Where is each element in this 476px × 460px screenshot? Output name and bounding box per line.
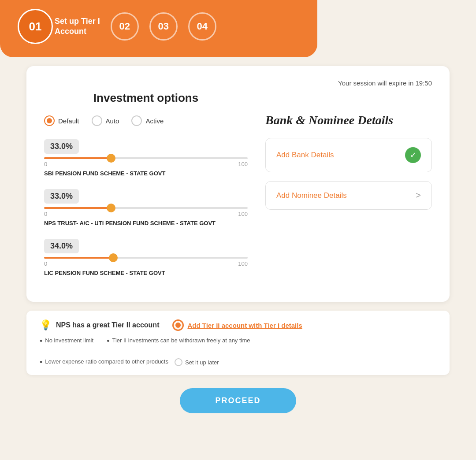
add-nominee-label: Add Nominee Details xyxy=(276,191,347,200)
fund1-max: 100 xyxy=(238,161,248,167)
fund2-min: 0 xyxy=(44,211,47,217)
fund1-name: SBI PENSION FUND SCHEME - STATE GOVT xyxy=(44,170,248,177)
add-tier2-link[interactable]: Add Tier II account with Tier I details xyxy=(172,319,302,331)
fund3-percentage: 34.0% xyxy=(44,239,79,253)
add-bank-card[interactable]: Add Bank Details ✓ xyxy=(265,138,432,172)
radio-active[interactable]: Active xyxy=(131,115,164,126)
radio-default[interactable]: Default xyxy=(44,115,79,126)
fund-row-2: 33.0% 0 100 NPS TRUST- A/C - UTI PENSION… xyxy=(44,189,248,226)
promo-top: 💡 NPS has a great Tier II account Add Ti… xyxy=(40,319,436,331)
step-1: 01 xyxy=(18,9,53,44)
set-later-label: Set it up later xyxy=(185,359,219,366)
fund3-slider[interactable] xyxy=(44,257,248,259)
fund1-track xyxy=(44,157,248,159)
step1-group: 01 Set up Tier I Account xyxy=(18,9,100,44)
stepper-header: 01 Set up Tier I Account 02 03 04 xyxy=(0,0,317,57)
bulb-icon: 💡 xyxy=(40,319,52,331)
nominee-chevron-icon: > xyxy=(416,190,421,200)
fund2-name: NPS TRUST- A/C - UTI PENSION FUND SCHEME… xyxy=(44,220,248,226)
bullet-3: • Lower expense ratio compared to other … xyxy=(40,358,219,366)
fund3-min: 0 xyxy=(44,260,47,267)
radio-circle-default xyxy=(44,115,55,126)
fund2-thumb[interactable] xyxy=(107,204,115,212)
bullet-1: • No investment limit xyxy=(40,337,93,345)
bullet-2: • Tier II investments can be withdrawn f… xyxy=(107,337,250,345)
fund3-track xyxy=(44,257,248,259)
tier2-circle-icon xyxy=(172,319,184,331)
fund2-fill xyxy=(44,207,111,209)
investment-options-section: Investment options Default Auto Active xyxy=(44,91,248,289)
bullet-dot-1: • xyxy=(40,337,42,345)
fund3-thumb[interactable] xyxy=(109,253,118,262)
step-4[interactable]: 04 xyxy=(188,12,216,41)
set-later[interactable]: Set it up later xyxy=(175,358,219,366)
fund1-fill xyxy=(44,157,111,159)
bank-check-icon: ✓ xyxy=(405,147,421,163)
radio-circle-auto xyxy=(92,115,102,126)
bullet-text-3: Lower expense ratio compared to other pr… xyxy=(45,358,168,365)
fund1-percentage: 33.0% xyxy=(44,139,79,154)
fund1-slider[interactable] xyxy=(44,157,248,159)
fund-row-3: 34.0% 0 100 LIC PENSION FUND SCHEME - ST… xyxy=(44,239,248,276)
main-card: Your session will expire in 19:50 Invest… xyxy=(26,66,450,302)
fund3-labels: 0 100 xyxy=(44,260,248,267)
bullet-text-1: No investment limit xyxy=(45,337,93,344)
step-3[interactable]: 03 xyxy=(149,12,178,41)
promo-title: NPS has a great Tier II account xyxy=(56,321,159,329)
bullet-dot-2: • xyxy=(107,337,109,345)
two-column-layout: Investment options Default Auto Active xyxy=(44,91,432,289)
fund2-track xyxy=(44,207,248,209)
radio-label-active: Active xyxy=(145,117,164,125)
tier2-link-text: Add Tier II account with Tier I details xyxy=(187,322,302,329)
session-timer: Your session will expire in 19:50 xyxy=(44,79,432,87)
investment-radio-group: Default Auto Active xyxy=(44,115,248,126)
set-later-radio[interactable] xyxy=(175,358,182,366)
proceed-button[interactable]: PROCEED xyxy=(180,388,296,413)
fund2-max: 100 xyxy=(238,211,248,217)
add-bank-label: Add Bank Details xyxy=(276,151,334,160)
bank-nominee-title: Bank & Nominee Details xyxy=(265,113,432,127)
fund-row-1: 33.0% 0 100 SBI PENSION FUND SCHEME - ST… xyxy=(44,139,248,177)
bank-nominee-section: Bank & Nominee Details Add Bank Details … xyxy=(265,91,432,289)
radio-auto[interactable]: Auto xyxy=(92,115,119,126)
fund1-thumb[interactable] xyxy=(107,154,115,163)
promo-bullets: • No investment limit • Tier II investme… xyxy=(40,337,436,366)
fund3-max: 100 xyxy=(238,260,248,267)
step1-label: Set up Tier I Account xyxy=(55,16,100,37)
fund2-slider[interactable] xyxy=(44,207,248,209)
bullet-dot-3: • xyxy=(40,358,42,366)
fund2-labels: 0 100 xyxy=(44,211,248,217)
fund1-min: 0 xyxy=(44,161,47,167)
radio-label-auto: Auto xyxy=(106,117,119,125)
radio-label-default: Default xyxy=(58,117,79,125)
add-nominee-card[interactable]: Add Nominee Details > xyxy=(265,181,432,210)
promo-section: 💡 NPS has a great Tier II account Add Ti… xyxy=(26,311,450,375)
fund2-percentage: 33.0% xyxy=(44,189,79,204)
bullet-text-2: Tier II investments can be withdrawn fre… xyxy=(112,337,250,344)
investment-title: Investment options xyxy=(44,91,248,105)
fund3-fill xyxy=(44,257,113,259)
radio-circle-active xyxy=(131,115,142,126)
fund3-name: LIC PENSION FUND SCHEME - STATE GOVT xyxy=(44,270,248,276)
fund1-labels: 0 100 xyxy=(44,161,248,167)
step-2[interactable]: 02 xyxy=(111,12,139,41)
